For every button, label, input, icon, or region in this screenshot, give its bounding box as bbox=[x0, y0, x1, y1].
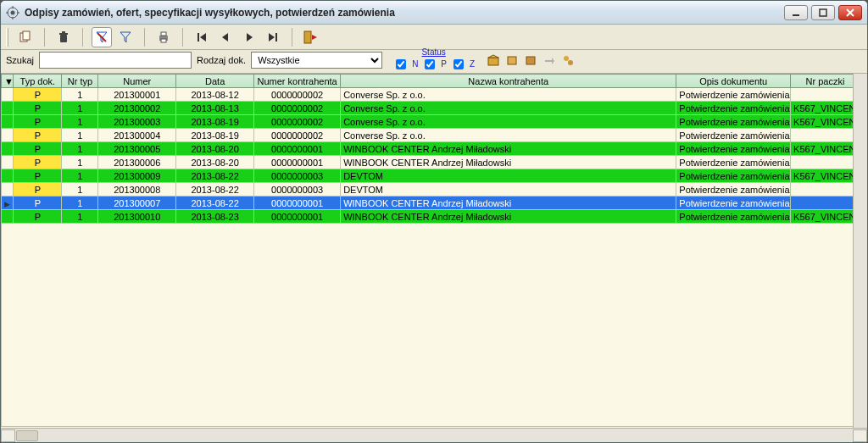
grid-scroll[interactable]: ▼ Typ dok. Nr typ Numer Data Numer kontr… bbox=[1, 74, 867, 428]
table-row[interactable]: P12013000012013-08-120000000002Converse … bbox=[2, 88, 867, 102]
filter-clear-button[interactable] bbox=[92, 27, 112, 47]
status-check-n[interactable] bbox=[396, 59, 406, 69]
cell-numer: 201300005 bbox=[98, 142, 176, 156]
nav-next-button[interactable] bbox=[239, 27, 259, 47]
filter-button[interactable] bbox=[115, 27, 136, 47]
col-typ[interactable]: Typ dok. bbox=[14, 75, 62, 88]
close-button[interactable] bbox=[838, 5, 862, 20]
svg-marker-30 bbox=[488, 55, 498, 58]
svg-rect-14 bbox=[62, 31, 65, 33]
cell-nrtyp: 1 bbox=[62, 102, 98, 115]
col-paczka[interactable]: Nr paczki bbox=[791, 75, 860, 88]
cell-paczka: K567_VINCENT bbox=[791, 115, 860, 129]
nav-prev-button[interactable] bbox=[215, 27, 236, 47]
cell-nrkontr: 0000000002 bbox=[254, 88, 341, 102]
cell-opis: Potwierdzenie zamówienia bbox=[676, 129, 791, 142]
doc-type-select[interactable]: Wszystkie bbox=[251, 52, 382, 69]
cell-nazwa: DEVTOM bbox=[341, 183, 676, 197]
cell-paczka bbox=[791, 129, 860, 142]
minimize-button[interactable] bbox=[784, 5, 808, 20]
horizontal-scrollbar[interactable] bbox=[1, 428, 867, 442]
table-row[interactable]: P12013000052013-08-200000000001WINBOOK C… bbox=[2, 142, 867, 156]
print-button[interactable] bbox=[153, 27, 174, 47]
status-check-p[interactable] bbox=[425, 59, 435, 69]
doc-type-label: Rodzaj dok. bbox=[197, 55, 246, 65]
table-row[interactable]: P12013000082013-08-220000000003DEVTOMPot… bbox=[2, 183, 867, 197]
cell-data: 2013-08-23 bbox=[176, 210, 254, 224]
toolbar-separator bbox=[44, 28, 45, 47]
cell-nrkontr: 0000000002 bbox=[254, 102, 341, 115]
exit-button[interactable] bbox=[301, 27, 321, 47]
col-nrkontr[interactable]: Numer kontrahenta bbox=[254, 75, 341, 88]
table-row[interactable]: P12013000092013-08-220000000003DEVTOMPot… bbox=[2, 169, 867, 183]
cell-nazwa: WINBOOK CENTER Andrzej Miładowski bbox=[341, 197, 676, 210]
col-nazwa[interactable]: Nazwa kontrahenta bbox=[341, 75, 676, 88]
package-icon[interactable] bbox=[487, 53, 500, 67]
table-row[interactable]: P12013000102013-08-230000000001WINBOOK C… bbox=[2, 210, 867, 224]
col-marker[interactable]: ▼ bbox=[2, 75, 14, 88]
col-opis[interactable]: Opis dokumentu bbox=[676, 75, 791, 88]
svg-point-35 bbox=[568, 60, 573, 65]
cell-typ: P bbox=[14, 142, 62, 156]
svg-rect-21 bbox=[198, 33, 199, 42]
cell-numer: 201300006 bbox=[98, 156, 176, 169]
arrow-icon[interactable] bbox=[542, 53, 556, 67]
svg-marker-33 bbox=[545, 58, 554, 64]
col-data[interactable]: Data bbox=[176, 75, 254, 88]
svg-marker-17 bbox=[120, 32, 131, 42]
cell-nrtyp: 1 bbox=[62, 129, 98, 142]
cell-paczka bbox=[791, 183, 860, 197]
cell-nazwa: Converse Sp. z o.o. bbox=[341, 129, 676, 142]
row-marker bbox=[2, 156, 14, 169]
table-row[interactable]: P12013000032013-08-190000000002Converse … bbox=[2, 115, 867, 129]
status-p-label: P bbox=[441, 60, 447, 69]
row-marker bbox=[2, 169, 14, 183]
nav-first-button[interactable] bbox=[192, 27, 212, 47]
nav-last-button[interactable] bbox=[263, 27, 283, 47]
cell-paczka: K567_VINCENT bbox=[791, 142, 860, 156]
cell-typ: P bbox=[14, 115, 62, 129]
data-grid: ▼ Typ dok. Nr typ Numer Data Numer kontr… bbox=[1, 74, 867, 427]
status-group: Status N P Z bbox=[392, 48, 475, 72]
row-marker bbox=[2, 88, 14, 102]
box-icon[interactable] bbox=[505, 53, 519, 67]
hscroll-thumb[interactable] bbox=[16, 430, 38, 441]
cell-nrkontr: 0000000003 bbox=[254, 183, 341, 197]
table-row[interactable]: P12013000072013-08-220000000001WINBOOK C… bbox=[2, 197, 867, 210]
maximize-button[interactable] bbox=[811, 5, 835, 20]
grid-header-row: ▼ Typ dok. Nr typ Numer Data Numer kontr… bbox=[2, 75, 867, 88]
copy-button[interactable] bbox=[15, 27, 36, 47]
cell-nrtyp: 1 bbox=[62, 183, 98, 197]
cell-paczka bbox=[791, 197, 860, 210]
delete-button[interactable] bbox=[53, 27, 74, 47]
row-marker bbox=[2, 197, 14, 210]
cell-numer: 201300009 bbox=[98, 169, 176, 183]
cell-data: 2013-08-22 bbox=[176, 169, 254, 183]
cell-typ: P bbox=[14, 88, 62, 102]
status-label: Status bbox=[421, 48, 445, 57]
toolbar bbox=[1, 25, 867, 50]
cell-nrtyp: 1 bbox=[62, 142, 98, 156]
svg-rect-31 bbox=[508, 57, 516, 64]
cell-opis: Potwierdzenie zamówienia bbox=[676, 156, 791, 169]
svg-rect-19 bbox=[161, 32, 166, 36]
gears-icon[interactable] bbox=[561, 53, 575, 67]
cell-typ: P bbox=[14, 183, 62, 197]
table-row[interactable]: P12013000042013-08-190000000002Converse … bbox=[2, 129, 867, 142]
hscroll-right[interactable] bbox=[853, 429, 867, 442]
col-numer[interactable]: Numer bbox=[98, 75, 176, 88]
table-row[interactable]: P12013000022013-08-130000000002Converse … bbox=[2, 102, 867, 115]
mini-toolbar bbox=[487, 53, 575, 67]
cell-opis: Potwierdzenie zamówienia bbox=[676, 88, 791, 102]
col-nrtyp[interactable]: Nr typ bbox=[62, 75, 98, 88]
search-input[interactable] bbox=[39, 52, 192, 69]
cell-nrkontr: 0000000001 bbox=[254, 210, 341, 224]
svg-marker-22 bbox=[200, 33, 206, 42]
svg-rect-11 bbox=[23, 31, 30, 40]
table-row[interactable]: P12013000062013-08-200000000001WINBOOK C… bbox=[2, 156, 867, 169]
hscroll-left[interactable] bbox=[1, 429, 15, 442]
status-check-z[interactable] bbox=[453, 59, 464, 69]
cell-nazwa: WINBOOK CENTER Andrzej Miładowski bbox=[341, 156, 676, 169]
vertical-scrollbar[interactable] bbox=[853, 74, 867, 428]
box2-icon[interactable] bbox=[524, 53, 537, 67]
